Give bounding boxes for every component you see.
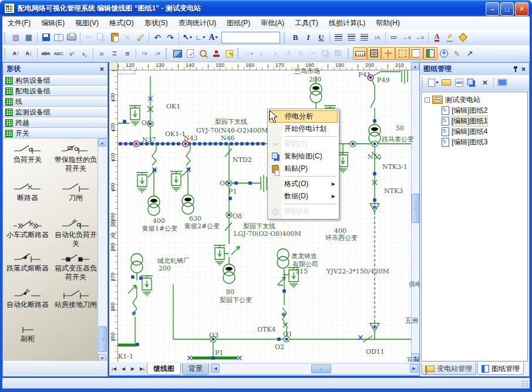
scroll-right-icon[interactable]: ▶	[410, 364, 418, 373]
menu-approve[interactable]: 审批(A)	[255, 17, 289, 29]
toolbar-grip[interactable]	[348, 48, 351, 59]
shape-dropout-fuse[interactable]: 跌落式熔断器	[4, 252, 52, 273]
scroll-up-icon[interactable]: ▲	[98, 138, 106, 147]
scroll-thumb[interactable]	[99, 326, 107, 352]
pan-zoom-icon[interactable]	[437, 48, 450, 59]
align-right-icon[interactable]	[358, 32, 371, 43]
spell-check-icon[interactable]	[184, 48, 197, 59]
sheets-panel-close-icon[interactable]: ×	[521, 65, 526, 73]
shape-group-lines[interactable]: 线	[3, 96, 107, 107]
font-color-icon[interactable]	[430, 32, 443, 43]
shape-truck-breaker[interactable]: 小车式断路器	[4, 219, 52, 239]
toolbar-grip[interactable]	[166, 48, 169, 59]
subscript-icon[interactable]	[78, 48, 91, 59]
menu-file[interactable]: 文件(F)	[2, 17, 36, 29]
shape-group-monitoring[interactable]: 监测设备组	[3, 107, 107, 117]
shape-auto-breaker[interactable]: 自动化断路器	[4, 289, 52, 309]
table-icon[interactable]	[22, 32, 35, 43]
indent-icon[interactable]	[413, 32, 426, 43]
pin-icon[interactable]	[513, 66, 518, 72]
tab-substation-manager[interactable]: 变电站管理	[421, 363, 476, 375]
para-space-down-icon[interactable]	[151, 48, 164, 59]
shape-group-distribution[interactable]: 配电设备组	[3, 86, 107, 96]
open-sheet-icon[interactable]	[440, 77, 453, 89]
tab-feeder-diagram[interactable]: 馈线图	[147, 363, 181, 375]
shape-aux-cabinet[interactable]: 副柜	[4, 323, 52, 343]
rotate-right-icon[interactable]	[294, 48, 307, 59]
drawing-explorer-toggle-icon[interactable]	[423, 47, 437, 60]
menu-edit[interactable]: 编辑(E)	[36, 17, 70, 29]
tab-sheet-manager[interactable]: 图纸管理	[477, 363, 524, 375]
next-page-icon[interactable]: ▶	[128, 364, 137, 374]
scroll-thumb[interactable]	[311, 364, 331, 373]
small-caps-icon[interactable]	[52, 48, 65, 59]
style-combo[interactable]	[221, 32, 280, 43]
shapes-panel-close-icon[interactable]: ×	[100, 65, 104, 73]
underline-icon[interactable]	[315, 32, 328, 43]
tree-item-sheet4[interactable]: [编辑]图纸4	[422, 126, 527, 137]
shape-knife-switch[interactable]: 刀闸	[53, 182, 99, 202]
monitor-icon[interactable]	[496, 77, 509, 89]
first-page-icon[interactable]: |◀	[109, 364, 119, 374]
new-sheet-icon[interactable]	[427, 77, 440, 89]
flip-horizontal-icon[interactable]	[255, 48, 268, 59]
copy-sheet-icon[interactable]	[466, 77, 479, 89]
properties-icon[interactable]	[450, 48, 463, 59]
menu-query-stats[interactable]: 查询统计(U)	[173, 17, 222, 29]
menu-item-help[interactable]: 帮助(H)	[269, 205, 338, 218]
shape-group-structures[interactable]: 构筑设备组	[3, 75, 107, 86]
font-decrease-icon[interactable]	[22, 48, 35, 59]
shape-station-ground-switch[interactable]: 站房接地刀闸	[53, 289, 99, 309]
toolbar-grip[interactable]	[237, 48, 241, 59]
prev-page-icon[interactable]: ◀	[119, 364, 128, 374]
shape-breaker[interactable]: 断路器	[4, 182, 52, 202]
menu-item-copy-drawing[interactable]: 复制绘图(C)	[269, 150, 338, 163]
tab-background[interactable]: 背景	[182, 363, 209, 375]
menu-shape[interactable]: 形状(S)	[139, 17, 173, 29]
minimize-button[interactable]: –	[486, 2, 499, 16]
redo-icon[interactable]	[164, 32, 177, 43]
close-button[interactable]: ✕	[515, 2, 528, 16]
send-back-icon[interactable]	[333, 48, 346, 59]
shape-list-scrollbar[interactable]: ▲ ▼	[97, 138, 107, 362]
scroll-up-icon[interactable]: ▲	[411, 62, 419, 70]
undo-icon[interactable]	[151, 32, 164, 43]
diagram-canvas[interactable]: 120 130 140 150 160 170 180 190 200 210 …	[109, 62, 419, 362]
line-spacing-1-icon[interactable]	[95, 48, 108, 59]
print-preview-icon[interactable]	[52, 32, 65, 43]
menu-item-data[interactable]: 数据(D) ▶	[269, 190, 338, 202]
rotate-left-icon[interactable]	[281, 48, 294, 59]
para-space-up-icon[interactable]	[138, 48, 151, 59]
menu-line-loss[interactable]: 线损计算(L)	[324, 17, 371, 29]
line-spacing-15-icon[interactable]	[108, 48, 121, 59]
menu-item-paste[interactable]: 粘贴(P)	[269, 163, 338, 175]
delete-sheet-icon[interactable]	[479, 77, 491, 89]
toolbar-grip[interactable]	[4, 48, 8, 59]
note-icon[interactable]	[223, 48, 235, 59]
bring-front-icon[interactable]	[320, 48, 333, 59]
last-page-icon[interactable]: ▶|	[137, 364, 147, 374]
grid-toggle-icon[interactable]	[367, 47, 381, 60]
superscript-icon[interactable]	[65, 48, 78, 59]
text-tool-icon[interactable]	[207, 32, 220, 43]
paste-icon[interactable]	[108, 32, 121, 43]
page-breaks-toggle-icon[interactable]	[409, 47, 423, 60]
copy-icon[interactable]	[95, 32, 108, 43]
menu-view[interactable]: 视图(V)	[70, 17, 104, 29]
menu-help[interactable]: 帮助(H)	[371, 17, 405, 29]
tree-root-substation[interactable]: - 测试变电站	[422, 94, 527, 105]
align-left-icon[interactable]	[332, 32, 345, 43]
tree-item-sheet3[interactable]: [编辑]图纸3	[422, 137, 527, 147]
shape-box-transformer-switch[interactable]: 箱式变压器负荷开关	[53, 252, 99, 282]
canvas-horizontal-scrollbar[interactable]: ◀ ▶	[211, 363, 419, 374]
connector-tool-icon[interactable]	[194, 32, 207, 43]
shape-group-switches[interactable]: 开关	[3, 128, 107, 138]
shape-group-crossing[interactable]: 跨越	[3, 117, 107, 128]
line-spacing-2-icon[interactable]	[121, 48, 134, 59]
menu-format[interactable]: 格式(O)	[104, 17, 139, 29]
scroll-thumb[interactable]	[412, 194, 419, 223]
menu-tools[interactable]: 工具(T)	[289, 17, 323, 29]
format-painter-icon[interactable]	[134, 32, 147, 43]
guides-toggle-icon[interactable]	[381, 47, 395, 60]
italic-icon[interactable]	[302, 32, 315, 43]
